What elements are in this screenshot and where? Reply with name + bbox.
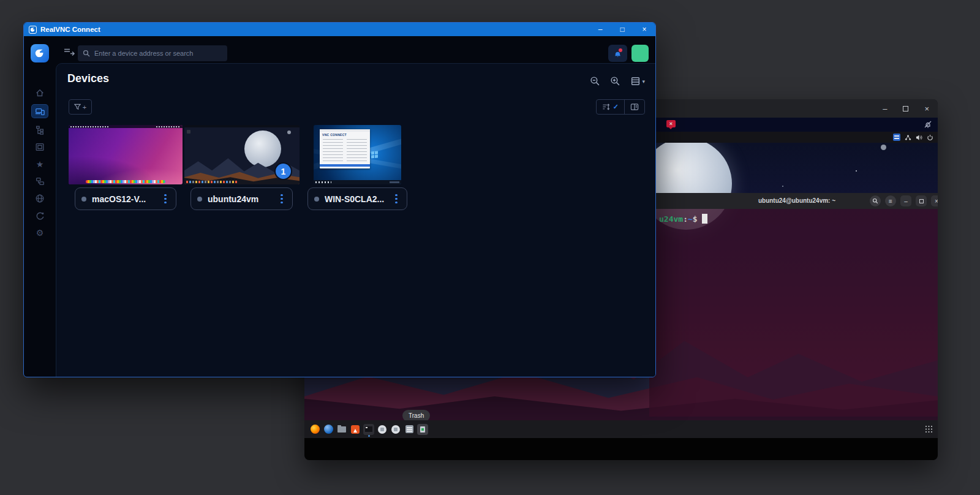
device-thumbnail-ubuntu[interactable]: 1 (184, 125, 300, 184)
app-titlebar[interactable]: RealVNC Connect – □ × (24, 23, 655, 36)
prompt-colon: : (683, 214, 688, 224)
terminal-body[interactable]: u24vm:~$ (649, 209, 938, 417)
device-thumbnail-macos[interactable] (69, 125, 183, 184)
viewer-letterbox (304, 438, 938, 460)
account-avatar[interactable] (631, 45, 649, 62)
page-title: Devices (67, 72, 109, 85)
viewer-maximize-button[interactable] (903, 106, 908, 111)
terminal-cursor (702, 214, 707, 224)
network-icon[interactable] (905, 134, 911, 141)
card-view-icon (630, 103, 639, 111)
device-thumbnail-windows[interactable]: VNC CONNECT (314, 125, 401, 184)
thumb-desktop-icon (187, 130, 190, 134)
zoom-in-icon[interactable] (610, 76, 620, 86)
files-icon[interactable] (336, 424, 347, 435)
connection-count-badge: 1 (274, 162, 292, 180)
prompt-symbol: $ (693, 214, 698, 224)
device-name: WIN-S0CLA2... (325, 194, 386, 204)
realvnc-sidebar-logo[interactable] (31, 44, 49, 62)
table-view-button[interactable]: ▾ (630, 76, 645, 86)
software-icon[interactable] (404, 424, 415, 435)
vnc-dialog-title: VNC CONNECT (322, 133, 347, 137)
table-view-icon (630, 76, 641, 86)
collapse-sidebar-icon[interactable] (63, 48, 75, 58)
terminal-window[interactable]: ubuntu24@ubuntu24vm: ~ ≡ – × (649, 193, 938, 417)
sort-icon (602, 103, 610, 111)
device-name: macOS12-V... (92, 194, 156, 204)
plus-icon: + (83, 104, 86, 111)
viewer-close-button[interactable]: × (924, 105, 929, 113)
trash-icon[interactable] (417, 424, 428, 435)
card-view-button[interactable] (624, 100, 644, 114)
zoom-out-icon[interactable] (590, 76, 600, 86)
realvnc-logo-icon (29, 26, 37, 34)
sort-button[interactable]: ✓ (597, 100, 624, 114)
volume-icon[interactable] (916, 134, 922, 141)
sidebar-item-settings[interactable]: ⚙ (32, 227, 48, 238)
sidebar-item-deployment[interactable] (32, 176, 48, 186)
status-dot (314, 197, 319, 202)
terminal-search-button[interactable] (870, 195, 881, 206)
view-options-group: ✓ (596, 99, 645, 115)
device-card-windows[interactable]: WIN-S0CLA2... (307, 187, 407, 210)
sidebar-item-sync[interactable] (32, 210, 48, 221)
thumb-topbar (184, 125, 300, 127)
sidebar-item-devices[interactable] (32, 105, 48, 118)
power-icon[interactable] (927, 134, 933, 141)
terminal-dock-icon[interactable] (363, 424, 374, 435)
terminal-close-button[interactable]: × (931, 195, 938, 206)
search-icon (83, 50, 90, 57)
firefox-icon[interactable] (309, 424, 320, 435)
show-apps-icon[interactable] (925, 426, 933, 433)
macos-menubar (69, 125, 183, 128)
thumb-moon (244, 130, 281, 167)
terminal-maximize-button[interactable] (916, 195, 927, 206)
thumb-planet (287, 130, 291, 134)
prompt-host: u24vm (659, 214, 683, 224)
device-card-macos[interactable]: macOS12-V... (75, 187, 176, 210)
sidebar-item-web[interactable] (32, 193, 48, 203)
add-filter-button[interactable]: + (69, 99, 92, 115)
terminal-menu-button[interactable]: ≡ (885, 195, 896, 206)
software-store-icon[interactable] (350, 424, 361, 435)
circle-app-icon-2[interactable] (390, 424, 401, 435)
window-close-button[interactable]: × (633, 23, 655, 36)
sidebar-item-screens[interactable] (32, 142, 48, 152)
trash-tooltip: Trash (402, 410, 430, 420)
windows-logo (371, 151, 378, 158)
sidebar-item-hierarchy[interactable] (32, 124, 48, 135)
status-dot (81, 197, 86, 202)
windows-taskbar (314, 180, 401, 184)
notifications-button[interactable] (608, 45, 627, 62)
filter-icon (74, 104, 81, 110)
notification-dot (619, 48, 622, 52)
viewer-minimize-button[interactable]: – (883, 105, 887, 113)
check-icon: ✓ (613, 103, 619, 111)
circle-app-icon-1[interactable] (377, 424, 388, 435)
macos-dock (86, 180, 165, 183)
device-menu-button[interactable] (277, 194, 286, 204)
device-card-ubuntu[interactable]: ubuntu24vm (190, 187, 293, 210)
thunderbird-icon[interactable] (323, 424, 334, 435)
notifications-muted-icon[interactable] (923, 119, 933, 129)
sidebar-item-home[interactable] (32, 88, 48, 98)
status-dot (197, 197, 202, 202)
realvnc-connect-window: RealVNC Connect – □ × (23, 22, 656, 377)
chevron-down-icon: ▾ (642, 78, 645, 85)
device-name: ubuntu24vm (208, 194, 272, 204)
ubuntu-dock (304, 420, 938, 438)
window-title: RealVNC Connect (40, 26, 100, 33)
vnc-server-dialog: VNC CONNECT (320, 129, 370, 168)
device-menu-button[interactable] (392, 194, 401, 204)
window-minimize-button[interactable]: – (589, 23, 611, 36)
device-menu-button[interactable] (161, 194, 170, 204)
desktop: – × × (0, 0, 980, 495)
disconnect-alert-icon[interactable]: × (666, 120, 676, 127)
terminal-titlebar[interactable]: ubuntu24@ubuntu24vm: ~ ≡ – × (649, 193, 938, 209)
search-input[interactable] (94, 50, 222, 57)
keyboard-layout-icon[interactable] (893, 134, 900, 141)
device-search[interactable] (78, 45, 227, 61)
terminal-minimize-button[interactable]: – (900, 195, 911, 206)
sidebar-item-favorites[interactable]: ★ (32, 159, 48, 169)
window-maximize-button[interactable]: □ (611, 23, 633, 36)
